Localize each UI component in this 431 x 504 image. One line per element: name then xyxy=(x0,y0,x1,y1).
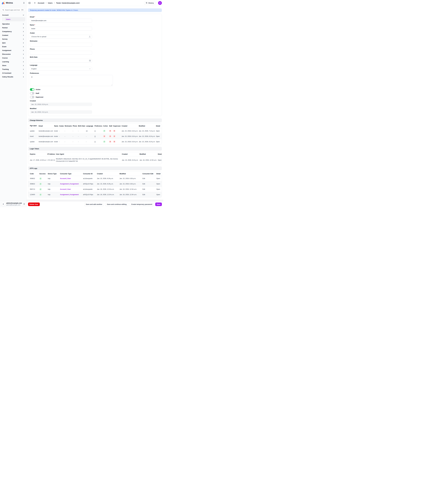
column-header-ip-address: IP Address xyxy=(47,152,55,156)
consumer-link[interactable]: Account | User xyxy=(60,178,71,179)
consumer-link[interactable]: Assignment | Assignment xyxy=(60,194,79,196)
breadcrumb-item[interactable]: Users xyxy=(48,2,53,4)
sidebar-item-course[interactable]: Course xyxy=(1,56,25,60)
column-header-active: Active xyxy=(102,124,108,128)
plus-icon xyxy=(159,2,161,4)
brand-switcher-chevrons-icon[interactable] xyxy=(23,2,25,4)
cross-badge-icon: ✕ xyxy=(113,141,115,143)
row-action-link[interactable]: Edit xyxy=(141,192,155,197)
section-header-change-histories: Change Histories xyxy=(28,118,162,122)
resize-handle-icon[interactable] xyxy=(111,84,112,86)
birth-date-field[interactable] xyxy=(30,59,92,63)
consumer-link[interactable]: Account | User xyxy=(60,188,71,190)
save-and-continue-editing-button[interactable]: Save and continue editing xyxy=(105,203,128,206)
sidebar-user[interactable]: admin@example.com admin@example.com xyxy=(0,201,26,207)
active-toggle[interactable]: Active xyxy=(30,88,160,91)
delete-user-button[interactable]: Delete User xyxy=(28,203,40,206)
preferences-textarea[interactable]: {} xyxy=(30,75,113,86)
row-action-link[interactable]: Open xyxy=(155,187,162,192)
column-header-created: Created xyxy=(121,152,139,156)
sidebar-item-discussion[interactable]: Discussion xyxy=(1,52,25,56)
create-temporary-password-button[interactable]: Create temporary password xyxy=(130,203,154,206)
column-header-success: Success xyxy=(38,172,47,176)
row-action-link[interactable]: Edit xyxy=(141,181,155,187)
sidebar-item-account[interactable]: Account xyxy=(1,13,25,17)
name-group: Name* xyxy=(30,24,160,30)
sidebar-item-assignment[interactable]: Assignment xyxy=(1,48,25,52)
table-row: updatetester@example.comtester----en{}✓✕… xyxy=(28,128,162,134)
column-header-superuser: Superuser xyxy=(112,124,121,128)
toggle-switch-icon[interactable] xyxy=(30,92,34,95)
sidebar-item-operation[interactable]: Operation xyxy=(1,22,25,26)
row-action-link[interactable]: Open xyxy=(155,176,162,181)
sidebar-item-store[interactable]: Store xyxy=(1,64,25,67)
row-action-link[interactable]: Open xyxy=(157,156,162,164)
toggle-switch-icon[interactable] xyxy=(30,96,34,98)
toggle-switch-icon[interactable] xyxy=(30,88,34,91)
table-header-row: Pgh label?EmailNameAvatarNicknamePhoneBi… xyxy=(28,124,162,128)
sidebar-item-quiz[interactable]: Quiz xyxy=(1,41,25,45)
search-shortcut-badge: ⌘K xyxy=(21,9,24,11)
language-select[interactable]: English xyxy=(30,67,92,71)
calendar-icon[interactable] xyxy=(89,60,91,62)
user-email: admin@example.com xyxy=(6,204,20,206)
sidebar-item-competency[interactable]: Competency xyxy=(1,30,25,33)
search-icon xyxy=(2,9,4,11)
name-field[interactable] xyxy=(30,27,92,30)
search-input[interactable] xyxy=(5,9,20,11)
column-header-consumer-edit: Consumer Edit xyxy=(141,172,155,176)
email-group: Email* xyxy=(30,16,160,22)
sidebar-item-partner[interactable]: Partner xyxy=(1,26,25,30)
column-header-modified: Modified xyxy=(139,152,157,156)
consumer-link[interactable]: Assignment | Assignment xyxy=(60,183,79,185)
sidebar-item-users[interactable]: Users xyxy=(4,17,25,21)
phone-field[interactable] xyxy=(30,51,92,54)
column-header-code: Code xyxy=(28,172,38,176)
secondary-action-buttons: Save and add anotherSave and continue ed… xyxy=(84,203,154,206)
sidebar-item-learning[interactable]: Learning xyxy=(1,60,25,64)
breadcrumb-item[interactable]: Tester <tester@example.com> xyxy=(56,2,80,4)
topbar: AccountUsersTester <tester@example.com> … xyxy=(27,0,163,6)
chevron-down-icon xyxy=(23,14,24,16)
email-field[interactable] xyxy=(30,19,92,22)
row-action-link[interactable]: Open xyxy=(155,139,162,144)
help-icon[interactable]: ? xyxy=(37,125,38,127)
nickname-label: Nickname xyxy=(30,40,160,42)
chevron-right-icon xyxy=(23,50,24,51)
section-title: Change Histories xyxy=(30,119,43,121)
breadcrumb: AccountUsersTester <tester@example.com> xyxy=(38,2,143,4)
row-action-link[interactable]: Open xyxy=(155,134,162,139)
staff-toggle[interactable]: Staff xyxy=(30,92,160,95)
chevron-right-icon xyxy=(23,61,24,63)
search-box[interactable]: ⌘K xyxy=(1,8,25,12)
sidebar-item-celery-results[interactable]: Celery Results xyxy=(1,75,25,79)
sidebar-item-tracking[interactable]: Tracking xyxy=(1,67,25,71)
preferences-label: Preferences xyxy=(30,72,160,74)
user-menu-chevrons-icon[interactable] xyxy=(23,203,25,205)
save-button[interactable]: Save xyxy=(155,203,162,206)
created-value: Jan. 15, 2026, 6:24 p.m. xyxy=(30,103,92,106)
sidebar-item-ai-assistant[interactable]: AI Assistant xyxy=(1,71,25,75)
brand-row[interactable]: Minima xyxy=(0,0,26,6)
history-button[interactable]: History xyxy=(144,1,155,5)
superuser-toggle[interactable]: Superuser xyxy=(30,96,160,98)
sidebar-item-survey[interactable]: Survey xyxy=(1,37,25,41)
back-arrow-icon[interactable] xyxy=(34,1,37,4)
chevron-right-icon xyxy=(23,38,24,40)
table-header-row: ExpiresIP AddressUser AgentCreatedModifi… xyxy=(28,152,162,156)
row-action-link[interactable]: Edit xyxy=(141,187,155,192)
add-button[interactable] xyxy=(158,1,162,5)
column-header-device-type: Device Type xyxy=(47,172,59,176)
row-action-link[interactable]: Open xyxy=(155,181,162,187)
row-action-link[interactable]: Open xyxy=(155,128,162,134)
row-action-link[interactable]: Edit xyxy=(141,176,155,181)
required-asterisk: * xyxy=(34,24,35,26)
row-action-link[interactable]: Open xyxy=(155,192,162,197)
nickname-field[interactable] xyxy=(30,43,92,46)
sidebar-item-content[interactable]: Content xyxy=(1,33,25,37)
sidebar-item-exam[interactable]: Exam xyxy=(1,45,25,48)
save-and-add-another-button[interactable]: Save and add another xyxy=(84,203,104,206)
avatar-file-input[interactable]: Choose file to upload xyxy=(30,35,92,38)
breadcrumb-item[interactable]: Account xyxy=(38,2,44,4)
sidebar-toggle-icon[interactable] xyxy=(28,1,31,4)
